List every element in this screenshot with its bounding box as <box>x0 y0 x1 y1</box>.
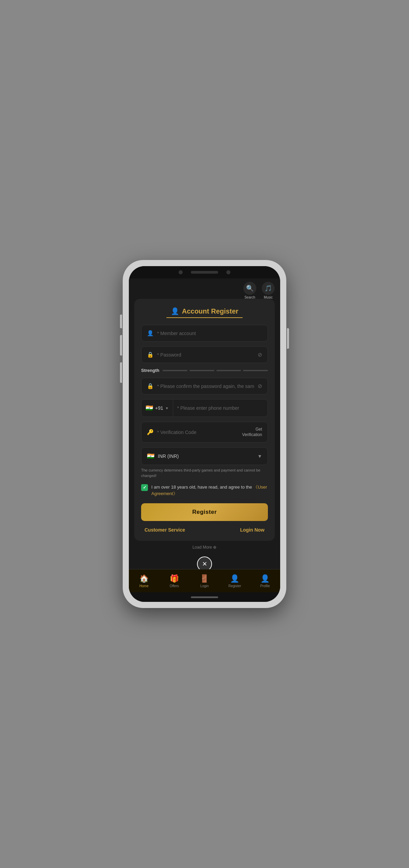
password-input[interactable] <box>157 352 254 358</box>
lock-icon-2: 🔒 <box>147 383 154 389</box>
agreement-static-text: I am over 18 years old, have read, and a… <box>151 484 252 490</box>
close-button[interactable]: ✕ <box>197 556 212 569</box>
phone-number-input[interactable] <box>173 401 268 416</box>
search-icon: 🔍 <box>243 282 256 295</box>
nav-register[interactable]: 👤 Register <box>219 569 250 592</box>
top-icons: 🔍 Search 🎵 Music <box>243 282 275 299</box>
strength-bar-1 <box>163 370 187 371</box>
country-select[interactable]: 🇮🇳 +91 ▼ <box>141 400 173 417</box>
country-code: +91 <box>155 405 163 411</box>
register-card: 👤 Account Register 👤 🔒 ⊘ <box>134 299 275 541</box>
strength-label: Strength <box>141 368 159 373</box>
register-nav-label: Register <box>228 584 241 588</box>
load-more-label[interactable]: Load More ⊕ <box>193 545 217 550</box>
agreement-checkbox[interactable]: ✓ <box>141 484 148 491</box>
currency-chevron-down-icon: ▼ <box>257 453 262 459</box>
nav-home[interactable]: 🏠 Home <box>129 569 159 592</box>
profile-label: Profile <box>260 584 270 588</box>
phone-input-row: 🇮🇳 +91 ▼ <box>141 399 268 417</box>
currency-note: The currency determines third-party game… <box>141 468 268 478</box>
verification-field: 🔑 Get Verification <box>141 422 268 443</box>
confirm-password-field: 🔒 ⊘ <box>141 378 268 394</box>
camera-dot-left <box>179 270 183 274</box>
currency-label: INR (INR) <box>158 453 254 459</box>
search-label: Search <box>244 295 255 299</box>
close-overlay: ✕ <box>134 554 275 569</box>
title-underline <box>166 317 242 318</box>
strength-bar-2 <box>190 370 214 371</box>
eye-icon-2[interactable]: ⊘ <box>258 383 262 389</box>
phone-bottom-bar <box>129 592 280 602</box>
login-now-link[interactable]: Login Now <box>240 527 264 533</box>
login-icon: 🚪 <box>200 574 209 583</box>
confirm-password-input[interactable] <box>157 384 254 389</box>
profile-icon: 👤 <box>260 574 270 583</box>
member-account-field: 👤 <box>141 325 268 342</box>
phone-top-bar <box>129 266 280 278</box>
home-label: Home <box>139 584 149 588</box>
music-icon-button[interactable]: 🎵 Music <box>262 282 275 299</box>
speaker-bar <box>191 271 218 274</box>
member-icon: 👤 <box>147 330 154 336</box>
bottom-nav: 🏠 Home 🎁 Offers 🚪 Login 👤 Register 👤 Pro… <box>129 569 280 592</box>
country-chevron-down-icon: ▼ <box>165 406 169 410</box>
password-field: 🔒 ⊘ <box>141 346 268 363</box>
home-icon: 🏠 <box>139 574 149 583</box>
camera-dot-right <box>226 270 230 274</box>
bottom-indicator <box>191 596 218 598</box>
strength-bars <box>163 370 268 371</box>
eye-icon[interactable]: ⊘ <box>258 351 262 358</box>
register-button[interactable]: Register <box>141 503 268 521</box>
bottom-links: Customer Service Login Now <box>141 527 268 533</box>
offers-icon: 🎁 <box>170 574 179 583</box>
login-label: Login <box>200 584 209 588</box>
music-label: Music <box>264 295 273 299</box>
nav-login[interactable]: 🚪 Login <box>190 569 220 592</box>
country-flag: 🇮🇳 <box>146 404 153 412</box>
verification-label: Verification <box>242 432 262 438</box>
offers-label: Offers <box>170 584 179 588</box>
load-more-area: Load More ⊕ <box>134 541 275 554</box>
customer-service-link[interactable]: Customer Service <box>145 527 185 533</box>
screen: 🔍 Search 🎵 Music 👤 Account Register <box>129 278 280 569</box>
key-icon: 🔑 <box>147 429 154 435</box>
nav-profile[interactable]: 👤 Profile <box>250 569 280 592</box>
member-account-input[interactable] <box>157 331 262 336</box>
strength-bar-4 <box>243 370 268 371</box>
search-icon-button[interactable]: 🔍 Search <box>243 282 256 299</box>
get-verification-button[interactable]: Get Verification <box>242 427 262 437</box>
checkmark-icon: ✓ <box>143 485 147 490</box>
card-title: 👤 Account Register <box>141 307 268 315</box>
verification-input[interactable] <box>157 430 239 435</box>
title-person-icon: 👤 <box>171 307 179 315</box>
strength-row: Strength <box>141 368 268 373</box>
currency-select[interactable]: 🇮🇳 INR (INR) ▼ <box>141 447 268 465</box>
form-title: Account Register <box>182 307 239 315</box>
get-label: Get <box>242 427 262 432</box>
lock-icon: 🔒 <box>147 351 154 358</box>
music-icon: 🎵 <box>262 282 275 295</box>
register-nav-icon: 👤 <box>230 574 239 583</box>
currency-flag: 🇮🇳 <box>147 452 154 460</box>
agreement-text: I am over 18 years old, have read, and a… <box>151 484 268 497</box>
agreement-row: ✓ I am over 18 years old, have read, and… <box>141 484 268 497</box>
strength-bar-3 <box>216 370 241 371</box>
nav-offers[interactable]: 🎁 Offers <box>159 569 190 592</box>
main-content: 👤 Account Register 👤 🔒 ⊘ <box>129 278 280 569</box>
